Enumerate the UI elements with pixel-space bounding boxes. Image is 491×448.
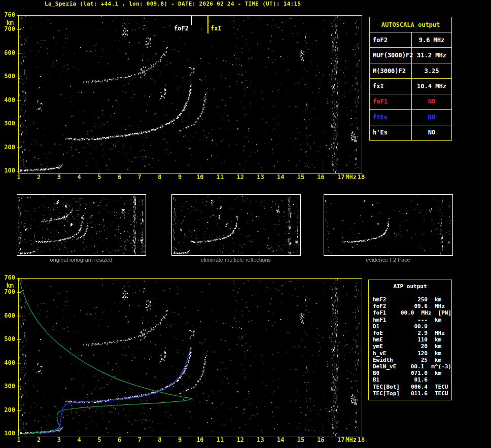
param-label: foF1: [370, 94, 412, 109]
param-value: ---: [407, 317, 428, 323]
aip-row-hmf2: hmF2250km: [369, 296, 451, 303]
param-unit: km: [428, 296, 441, 303]
autoscala-table-rows: foF29.6 MHzMUF(3000)F231.2 MHzM(3000)F23…: [370, 32, 451, 140]
param-value: 110: [407, 336, 428, 343]
param-label: B1: [369, 376, 407, 383]
aip-row-foe: foE2.9MHz: [369, 330, 451, 336]
param-value: 011.6: [407, 390, 428, 397]
param-label: hmF2: [369, 296, 407, 303]
param-value: 09.6: [407, 303, 428, 309]
autoscala-table-header: AUTOSCALA output: [370, 17, 451, 32]
aip-row-fof1: foF100.0MHz [PN]: [369, 309, 451, 316]
param-value: 01.6: [407, 376, 428, 383]
thumbnail-caption-evidence-f2: evidence F2 trace: [324, 257, 452, 263]
param-label: foF1: [369, 309, 399, 316]
autoscala-row-fxi: fxI10.4 MHz: [370, 78, 451, 93]
param-value: 250: [407, 296, 428, 303]
aip-row-delnve: DelN_vE00.1m^(-3): [369, 363, 451, 370]
param-value: 006.4: [407, 384, 428, 390]
param-label: Ewidth: [369, 357, 407, 363]
param-value: 00.0: [399, 309, 414, 316]
param-value: 071.0: [407, 370, 428, 376]
aip-row-hmf1: hmF1---km: [369, 317, 451, 323]
param-unit: MHz [PN]: [414, 309, 451, 316]
param-unit: TECU: [428, 384, 448, 390]
param-unit: MHz: [428, 330, 445, 336]
param-value: NO: [412, 110, 451, 124]
param-unit: km: [428, 317, 441, 323]
param-value: 10.4 MHz: [412, 79, 451, 93]
autoscala-row-hes: h'EsNO: [370, 125, 451, 140]
param-label: MUF(3000)F2: [370, 48, 412, 62]
aip-output-table: AIP output hmF2250kmfoF209.6MHzfoF100.0M…: [368, 280, 452, 400]
param-label: DelN_vE: [369, 363, 405, 370]
autoscala-row-m3000f2: M(3000)F23.25: [370, 63, 451, 78]
param-label: TEC[Top]: [369, 390, 407, 397]
thumbnail-caption-original: original ionogram resized: [17, 257, 146, 263]
param-value: NO: [412, 125, 451, 140]
param-label: ymE: [369, 343, 407, 350]
autoscala-row-muf3000f2: MUF(3000)F231.2 MHz: [370, 47, 451, 62]
param-label: h'Es: [370, 125, 412, 140]
autoscala-row-fof2: foF29.6 MHz: [370, 32, 451, 47]
autoscala-row-fof1: foF1NO: [370, 94, 451, 109]
aip-row-yme: ymE20km: [369, 343, 451, 350]
param-value: 00.1: [405, 363, 425, 370]
autoscala-output-table: AUTOSCALA output foF29.6 MHzMUF(3000)F23…: [369, 17, 452, 141]
param-label: h_vE: [369, 350, 407, 357]
aip-row-fof2: foF209.6MHz: [369, 303, 451, 309]
param-label: ftEs: [370, 110, 412, 124]
aip-row-b0: B0071.0km: [369, 370, 451, 376]
param-value: 20: [407, 343, 428, 350]
param-unit: km: [428, 343, 441, 350]
param-label: M(3000)F2: [370, 63, 412, 78]
param-value: 9.6 MHz: [412, 32, 451, 47]
aip-row-ewidth: Ewidth25km: [369, 357, 451, 363]
param-label: foF2: [369, 303, 407, 309]
param-label: foF2: [370, 32, 412, 47]
param-label: fxI: [370, 79, 412, 93]
autoscala-row-ftes: ftEsNO: [370, 109, 451, 124]
aip-row-tectop: TEC[Top]011.6TECU: [369, 390, 451, 397]
param-label: B0: [369, 370, 407, 376]
param-unit: km: [428, 336, 441, 343]
param-label: D1: [369, 323, 407, 330]
aip-row-tecbot: TEC[Bot]006.4TECU: [369, 383, 451, 390]
thumbnail-caption-eliminate-multiples: eliminate multiple reflections: [171, 257, 300, 263]
page-title: La_Spezia (lat: +44.1 , lon: 009.8) - DA…: [45, 1, 301, 7]
aip-row-hme: hmE110km: [369, 336, 451, 343]
aip-table-rows: hmF2250kmfoF209.6MHzfoF100.0MHz [PN]hmF1…: [369, 293, 451, 397]
param-value: 3.25: [412, 63, 451, 78]
param-value: 2.9: [407, 330, 428, 336]
param-label: hmE: [369, 336, 407, 343]
param-label: hmF1: [369, 317, 407, 323]
param-label: foE: [369, 330, 407, 336]
aip-table-header: AIP output: [369, 280, 451, 293]
param-unit: MHz: [428, 303, 445, 309]
param-value: 120: [407, 350, 428, 357]
param-unit: TECU: [428, 390, 448, 397]
param-value: NO: [412, 94, 451, 109]
param-value: 25: [407, 357, 428, 363]
aip-row-b1: B101.6: [369, 376, 451, 383]
param-unit: km: [428, 350, 441, 357]
aip-row-d1: D100.0: [369, 323, 451, 330]
param-label: TEC[Bot]: [369, 384, 407, 390]
aip-row-hve: h_vE120km: [369, 350, 451, 357]
param-unit: km: [428, 370, 441, 376]
param-value: 31.2 MHz: [412, 48, 451, 62]
param-value: 00.0: [407, 323, 428, 330]
param-unit: km: [428, 357, 441, 363]
param-unit: m^(-3): [424, 363, 451, 370]
